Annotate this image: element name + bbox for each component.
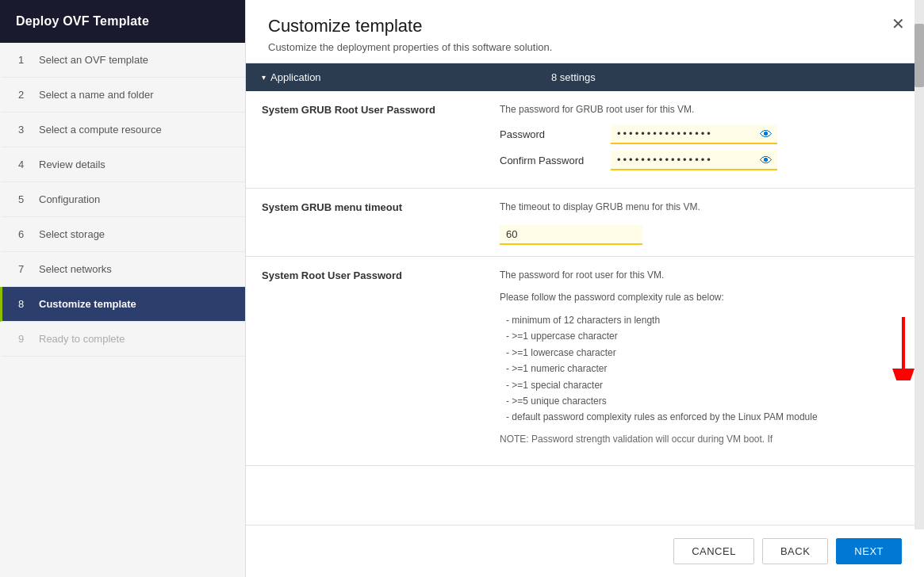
complexity-rules: - minimum of 12 characters in length- >=… xyxy=(500,312,908,426)
sidebar-title: Deploy OVF Template xyxy=(0,0,245,43)
sidebar: Deploy OVF Template 1Select an OVF templ… xyxy=(0,0,246,577)
main-header: Customize template Customize the deploym… xyxy=(246,0,924,63)
step-label: Review details xyxy=(39,159,105,170)
step-label: Customize template xyxy=(39,298,136,310)
setting-row-grub-root: System GRUB Root User Password The passw… xyxy=(246,91,924,188)
setting-grub-root-password: System GRUB Root User Password The passw… xyxy=(246,91,924,189)
password-row: Password 👁 xyxy=(500,124,908,144)
step-number: 1 xyxy=(18,54,31,66)
sidebar-step-9: 9Ready to complete xyxy=(0,322,245,357)
step-number: 8 xyxy=(18,298,31,310)
confirm-password-input[interactable] xyxy=(611,151,777,170)
confirm-password-label: Confirm Password xyxy=(500,155,611,166)
sidebar-step-5[interactable]: 5Configuration xyxy=(0,182,245,217)
setting-value-grub-timeout: The timeout to display GRUB menu for thi… xyxy=(500,200,908,245)
setting-value-system-root: The password for root user for this VM. … xyxy=(500,268,908,454)
complexity-rule: - >=1 numeric character xyxy=(500,361,908,376)
sidebar-step-6[interactable]: 6Select storage xyxy=(0,217,245,252)
main-content: Customize template Customize the deploym… xyxy=(246,0,924,577)
page-subtitle: Customize the deployment properties of t… xyxy=(268,41,902,53)
setting-value-grub-root: The password for GRUB root user for this… xyxy=(500,102,908,177)
step-number: 6 xyxy=(18,228,31,240)
complexity-rule: - >=1 special character xyxy=(500,377,908,393)
table-header-col2: 8 settings xyxy=(551,71,596,83)
step-label: Select a compute resource xyxy=(39,124,162,136)
cancel-button[interactable]: CANCEL xyxy=(673,538,754,564)
sidebar-step-2[interactable]: 2Select a name and folder xyxy=(0,78,245,113)
complexity-intro: Please follow the password complexity ru… xyxy=(500,290,908,304)
close-button[interactable]: ✕ xyxy=(887,13,910,35)
chevron-down-icon: ▾ xyxy=(262,73,266,82)
step-number: 3 xyxy=(18,124,31,136)
setting-desc-grub-timeout: The timeout to display GRUB menu for thi… xyxy=(500,200,908,214)
table-header: ▾ Application 8 settings xyxy=(246,63,924,91)
next-button[interactable]: NEXT xyxy=(836,538,902,564)
confirm-eye-icon[interactable]: 👁 xyxy=(760,154,773,168)
password-input-wrap: 👁 xyxy=(611,124,777,144)
note-text: NOTE: Password strength validation will … xyxy=(500,432,908,446)
step-label: Configuration xyxy=(39,193,100,205)
step-label: Select an OVF template xyxy=(39,54,148,66)
table-col-application: ▾ Application xyxy=(262,71,551,83)
step-label: Ready to complete xyxy=(39,333,125,345)
complexity-rule: - >=1 lowercase character xyxy=(500,345,908,361)
setting-label-system-root: System Root User Password xyxy=(262,268,500,281)
dialog-footer: CANCEL BACK NEXT xyxy=(246,525,924,577)
step-label: Select networks xyxy=(39,263,112,275)
timeout-input[interactable] xyxy=(500,225,642,245)
complexity-rule: - minimum of 12 characters in length xyxy=(500,312,908,328)
setting-desc-grub-root: The password for GRUB root user for this… xyxy=(500,102,908,117)
eye-icon[interactable]: 👁 xyxy=(760,128,773,142)
complexity-rule: - >=5 unique characters xyxy=(500,393,908,409)
complexity-rule: - default password complexity rules as e… xyxy=(500,409,908,425)
table-col-settings: 8 settings xyxy=(551,71,908,83)
step-number: 9 xyxy=(18,333,31,345)
confirm-password-input-wrap: 👁 xyxy=(611,151,777,170)
deploy-ovf-dialog: Deploy OVF Template 1Select an OVF templ… xyxy=(0,0,924,577)
step-number: 2 xyxy=(18,89,31,101)
step-number: 7 xyxy=(18,263,31,275)
sidebar-steps: 1Select an OVF template2Select a name an… xyxy=(0,43,245,577)
step-label: Select storage xyxy=(39,228,105,240)
page-title: Customize template xyxy=(268,16,902,36)
setting-row-grub-timeout: System GRUB menu timeout The timeout to … xyxy=(246,189,924,256)
step-number: 5 xyxy=(18,193,31,205)
setting-label-grub-root: System GRUB Root User Password xyxy=(262,102,500,116)
password-label: Password xyxy=(500,128,611,140)
sidebar-step-7[interactable]: 7Select networks xyxy=(0,252,245,287)
setting-row-system-root: System Root User Password The password f… xyxy=(246,257,924,465)
setting-label-grub-timeout: System GRUB menu timeout xyxy=(262,200,500,213)
setting-desc-system-root: The password for root user for this VM. xyxy=(500,268,908,282)
sidebar-step-4[interactable]: 4Review details xyxy=(0,147,245,182)
setting-system-root-password: System Root User Password The password f… xyxy=(246,257,924,466)
sidebar-step-1[interactable]: 1Select an OVF template xyxy=(0,43,245,78)
step-number: 4 xyxy=(18,159,31,170)
complexity-rule: - >=1 uppercase character xyxy=(500,328,908,344)
setting-grub-timeout: System GRUB menu timeout The timeout to … xyxy=(246,189,924,257)
scrollbar-thumb[interactable] xyxy=(914,24,924,87)
table-header-col1: Application xyxy=(270,71,321,83)
scrollbar-track[interactable] xyxy=(914,0,924,529)
sidebar-step-8[interactable]: 8Customize template xyxy=(0,287,245,322)
sidebar-step-3[interactable]: 3Select a compute resource xyxy=(0,113,245,147)
password-input[interactable] xyxy=(611,124,777,144)
content-area: ▾ Application 8 settings System GRUB Roo… xyxy=(246,63,924,525)
confirm-password-row: Confirm Password 👁 xyxy=(500,151,908,170)
step-label: Select a name and folder xyxy=(39,89,154,101)
back-button[interactable]: BACK xyxy=(762,538,828,564)
